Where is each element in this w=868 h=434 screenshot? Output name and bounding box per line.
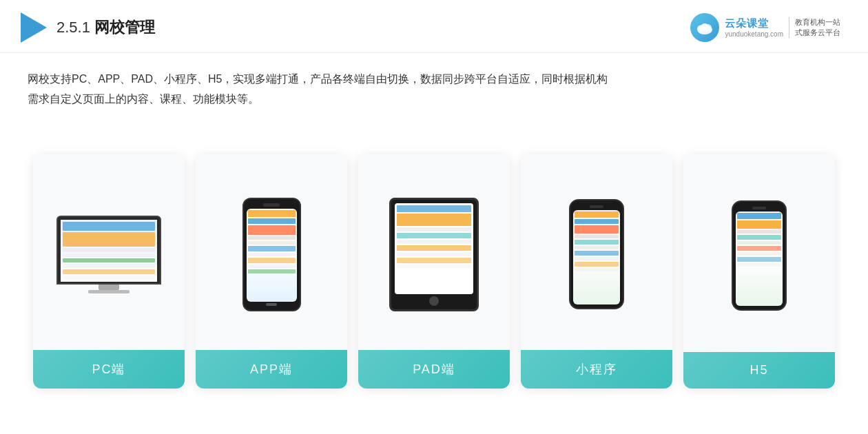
- mini-screen-row: [575, 262, 619, 267]
- svg-point-3: [701, 23, 708, 29]
- brand-logo: 云朵课堂 yunduoketang.com 教育机构一站 式服务云平台: [690, 13, 840, 42]
- card-pad-image: [358, 154, 510, 350]
- pc-content-row: [63, 269, 155, 275]
- card-app: APP端: [196, 154, 347, 389]
- card-pad: PAD端: [358, 154, 510, 389]
- app-screen-row: [248, 241, 296, 245]
- cards-section: PC端: [0, 116, 868, 434]
- pc-content-row: [63, 248, 155, 252]
- pad-screen-row: [397, 265, 471, 268]
- slogan-line2: 式服务云平台: [795, 28, 840, 38]
- card-miniprogram-image: [521, 154, 672, 350]
- phone-home-button: [266, 303, 277, 306]
- brand-url: yunduoketang.com: [725, 30, 783, 38]
- pad-screen-row: [397, 240, 471, 244]
- pc-screen-content: [61, 220, 157, 282]
- mini-screen-row: [575, 257, 619, 260]
- h5-phone-mockup: [732, 200, 787, 311]
- brand-name: 云朵课堂: [725, 17, 783, 30]
- pc-screen: [61, 220, 157, 282]
- pad-screen-row: [397, 258, 471, 263]
- h5-screen-row: [737, 246, 781, 251]
- pc-base: [88, 290, 130, 293]
- pc-screen-outer: [56, 216, 161, 285]
- pc-content-row: [63, 222, 155, 231]
- card-app-label: APP端: [196, 350, 347, 389]
- app-screen-row: [248, 258, 296, 263]
- pc-content-row: [63, 264, 155, 268]
- pad-mockup: [389, 198, 479, 311]
- app-phone-screen: [247, 209, 297, 302]
- h5-screen-row: [737, 252, 781, 256]
- app-screen-row: [248, 265, 296, 268]
- title-bold: 网校管理: [94, 19, 155, 36]
- header-right: 云朵课堂 yunduoketang.com 教育机构一站 式服务云平台: [690, 13, 840, 42]
- pc-content-row: [63, 276, 155, 280]
- card-app-image: [196, 154, 347, 350]
- brand-text: 云朵课堂 yunduoketang.com: [725, 17, 783, 38]
- app-screen-row: [248, 269, 296, 273]
- h5-screen-row: [737, 235, 781, 240]
- mini-screen-row: [575, 246, 619, 249]
- pc-content-row: [63, 258, 155, 262]
- h5-screen-row: [737, 213, 781, 219]
- mini-notch: [590, 205, 603, 208]
- app-screen-row: [248, 253, 296, 256]
- h5-screen-row: [737, 241, 781, 245]
- pc-mockup: [56, 216, 161, 293]
- cloud-icon: [695, 18, 714, 37]
- card-miniprogram: 小程序: [521, 154, 672, 389]
- h5-mini-notch: [752, 207, 766, 209]
- mini-screen-row: [575, 219, 619, 224]
- mini-screen-row: [575, 225, 619, 234]
- mini-screen-row: [575, 240, 619, 245]
- pc-content-row: [63, 232, 155, 247]
- card-h5: H5: [683, 154, 835, 389]
- h5-screen: [736, 211, 783, 306]
- slogan-line1: 教育机构一站: [795, 17, 840, 28]
- phone-notch: [263, 203, 280, 207]
- pad-screen: [395, 203, 473, 294]
- mini-screen-row: [575, 211, 619, 218]
- card-pc-image: [33, 154, 185, 350]
- mini-screen-row: [575, 235, 619, 238]
- page-title: 2.5.1 网校管理: [56, 17, 155, 38]
- card-pc-label: PC端: [33, 350, 185, 389]
- pad-screen-row: [397, 245, 471, 251]
- card-pad-label: PAD端: [358, 350, 510, 389]
- card-miniprogram-label: 小程序: [521, 350, 672, 389]
- app-screen-row: [248, 246, 296, 251]
- brand-slogan: 教育机构一站 式服务云平台: [789, 17, 840, 39]
- app-screen-row: [248, 225, 296, 235]
- miniprogram-phone-mockup: [569, 199, 624, 309]
- mini-screen-row: [575, 251, 619, 256]
- pad-screen-row: [397, 214, 471, 226]
- header: 2.5.1 网校管理 云朵课堂 yunduoketang.com: [0, 0, 868, 53]
- app-screen-row: [248, 210, 296, 217]
- card-h5-label: H5: [683, 352, 835, 389]
- section-number: 2.5.1: [56, 19, 94, 36]
- brand-icon: [690, 13, 719, 42]
- app-phone-mockup: [242, 198, 301, 311]
- h5-screen-row: [737, 257, 781, 262]
- app-screen-row: [248, 218, 296, 224]
- page: 2.5.1 网校管理 云朵课堂 yunduoketang.com: [0, 0, 868, 434]
- app-screen-row: [248, 236, 296, 240]
- mini-screen-row: [575, 268, 619, 271]
- mini-screen: [573, 210, 620, 304]
- card-h5-image: [683, 154, 835, 352]
- pad-screen-row: [397, 252, 471, 256]
- h5-screen-row: [737, 230, 781, 234]
- h5-screen-row: [737, 263, 781, 267]
- h5-screen-row: [737, 220, 781, 229]
- pc-content-row: [63, 254, 155, 258]
- card-pc: PC端: [33, 154, 185, 389]
- description-line1: 网校支持PC、APP、PAD、小程序、H5，实现多端打通，产品各终端自由切换，数…: [28, 70, 840, 90]
- pc-stand: [99, 285, 119, 290]
- description-line2: 需求自定义页面上的内容、课程、功能模块等。: [28, 90, 840, 110]
- pad-screen-row: [397, 205, 471, 212]
- header-left: 2.5.1 网校管理: [21, 12, 155, 43]
- pad-screen-row: [397, 233, 471, 238]
- pad-screen-row: [397, 227, 471, 231]
- description: 网校支持PC、APP、PAD、小程序、H5，实现多端打通，产品各终端自由切换，数…: [0, 53, 868, 116]
